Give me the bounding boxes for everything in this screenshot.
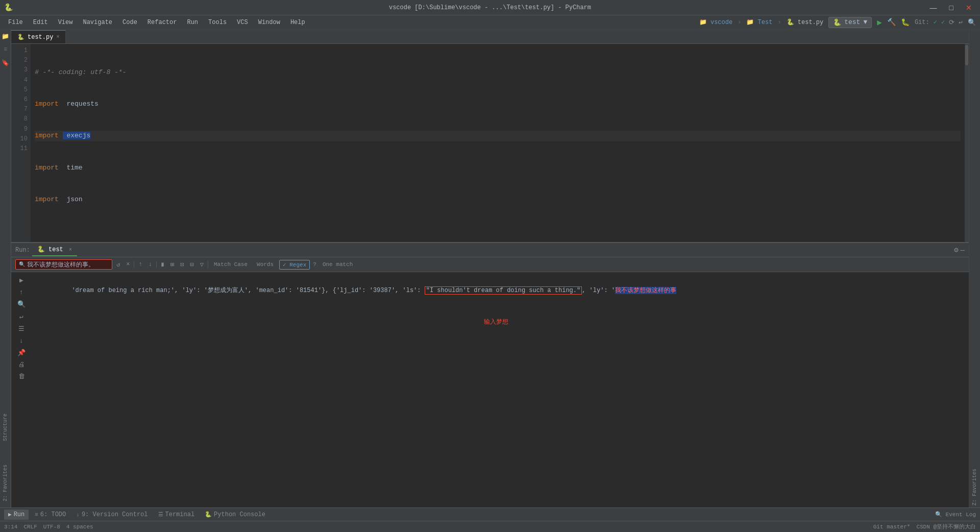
scroll-up-icon[interactable]: ↑ (19, 288, 23, 296)
search-opt2[interactable]: ⊞ (168, 260, 176, 270)
title-bar-left: 🐍 (4, 3, 13, 12)
menu-help[interactable]: Help (286, 17, 309, 28)
menu-code[interactable]: Code (118, 17, 141, 28)
run-config[interactable]: 🐍 test ▼ (828, 17, 872, 28)
event-log-btn[interactable]: 🔍 Event Log (935, 511, 976, 518)
play-icon[interactable]: ▶ (19, 276, 23, 284)
run-tab-close[interactable]: × (69, 247, 72, 253)
footer-tab-terminal[interactable]: ☰ Terminal (154, 510, 199, 520)
search-close-btn[interactable]: × (124, 260, 132, 269)
maximize-button[interactable]: □ (945, 3, 958, 13)
build-icon[interactable]: 🔨 (887, 18, 896, 27)
status-csdn: CSDN @坚持不懈的大白 (916, 523, 976, 530)
nav-folder[interactable]: 📁 Test (746, 18, 772, 26)
code-editor[interactable]: 1 2 3 4 5 6 7 8 9 10 11 # -*- coding: ut… (11, 44, 969, 242)
panel-collapse-icon[interactable]: — (961, 246, 965, 254)
center-output: 输入梦想 (28, 318, 965, 326)
status-git-master[interactable]: Git master* (873, 524, 911, 530)
search-divider2 (156, 261, 157, 268)
favorites-label[interactable]: 2: Favorites (3, 465, 8, 501)
line-ending[interactable]: CRLF (23, 524, 37, 530)
regex-option[interactable]: ✓ Regex (279, 260, 310, 270)
structure-icon[interactable]: ≡ (1, 45, 10, 54)
menu-file[interactable]: File (4, 17, 27, 28)
search-opt1[interactable]: ∎ (159, 260, 166, 270)
search-opt3[interactable]: ⊡ (178, 260, 186, 270)
window-controls[interactable]: — □ ✕ (926, 3, 976, 13)
right-label[interactable]: Z: Favorites (972, 469, 977, 505)
footer-tab-todo[interactable]: ≡ 6: TODO (31, 510, 70, 520)
menu-edit[interactable]: Edit (29, 17, 52, 28)
footer-tab-run[interactable]: ▶ Run (4, 510, 29, 520)
search-next-btn[interactable]: ↓ (146, 260, 154, 269)
todo-tab-text: 6: TODO (40, 511, 66, 518)
footer-tab-python-console[interactable]: 🐍 Python Console (201, 510, 270, 520)
indent[interactable]: 4 spaces (66, 524, 93, 530)
list-view-icon[interactable]: ☰ (18, 325, 24, 333)
structure-label[interactable]: Structure (3, 414, 8, 441)
pin-output-icon[interactable]: 📌 (17, 349, 26, 357)
menu-run[interactable]: Run (183, 17, 202, 28)
menu-tools[interactable]: Tools (204, 17, 231, 28)
left-panel: 📁 ≡ 🔖 Structure 2: Favorites (0, 30, 11, 507)
run-button[interactable]: ▶ (877, 17, 882, 28)
python-console-tab-icon: 🐍 (205, 511, 212, 518)
tab-test-py[interactable]: 🐍 test.py × (11, 30, 66, 43)
search-input-wrapper: 🔍 (15, 259, 112, 270)
status-bar: 3:14 CRLF UTF-8 4 spaces Git master* CSD… (0, 521, 980, 532)
code-content[interactable]: # -*- coding: utf-8 -*- import requests … (31, 44, 965, 242)
menu-navigate[interactable]: Navigate (79, 17, 116, 28)
search-prev-btn[interactable]: ↑ (136, 260, 144, 269)
git-history[interactable]: ⟳ (949, 18, 954, 27)
match-case-option[interactable]: Match Case (210, 260, 251, 269)
git-check2[interactable]: ✓ (941, 18, 945, 26)
nav-file[interactable]: 🐍 test.py (787, 18, 824, 26)
cursor-position[interactable]: 3:14 (4, 524, 17, 530)
wrap-text-icon[interactable]: ↵ (19, 312, 23, 321)
line-numbers: 1 2 3 4 5 6 7 8 9 10 11 (11, 44, 31, 242)
nav-project[interactable]: 📁 vscode (699, 18, 732, 26)
menu-window[interactable]: Window (254, 17, 284, 28)
search-opt4[interactable]: ⊟ (188, 260, 196, 270)
window-title: vscode [D:\Sublime\vscode - ...\Test\tes… (389, 4, 591, 11)
settings-icon[interactable]: ⚙ (954, 246, 958, 254)
run-tab[interactable]: 🐍 test × (32, 244, 77, 256)
output-content: 'dream of being a rich man;', 'ly': '梦想成… (28, 274, 965, 505)
run-label: Run: (15, 247, 30, 254)
scroll-down-icon[interactable]: ↓ (19, 337, 23, 345)
search-input[interactable] (27, 261, 109, 268)
terminal-tab-text: Terminal (165, 511, 195, 518)
vcs-tab-icon: ↓ (76, 512, 80, 518)
close-button[interactable]: ✕ (962, 3, 976, 13)
search-icon[interactable]: 🔍 (968, 18, 976, 27)
menu-vcs[interactable]: VCS (233, 17, 252, 28)
debug-icon[interactable]: 🐛 (901, 18, 910, 27)
scroll-thumb (965, 45, 968, 65)
delete-output-icon[interactable]: 🗑 (18, 373, 25, 380)
minimize-button[interactable]: — (926, 3, 941, 13)
search-clear-btn[interactable]: ↺ (114, 260, 122, 270)
bookmarks-icon[interactable]: 🔖 (1, 58, 10, 67)
output-search-icon[interactable]: 🔍 (17, 300, 26, 308)
menu-refactor[interactable]: Refactor (143, 17, 181, 28)
tab-bar: 🐍 test.py × (11, 30, 969, 44)
print-output-icon[interactable]: 🖨 (18, 361, 25, 369)
prompt-text: 输入梦想 (484, 318, 508, 326)
words-option[interactable]: Words (253, 260, 277, 269)
search-divider3 (208, 261, 208, 268)
project-panel-icon[interactable]: 📁 (1, 32, 10, 41)
status-right: Git master* CSDN @坚持不懈的大白 (873, 523, 976, 530)
git-toolbar: Git: ✓ ✓ ⟳ ↩ (915, 18, 963, 27)
search-filter-btn[interactable]: ▽ (198, 260, 206, 270)
git-check1[interactable]: ✓ (934, 18, 937, 26)
match-count: One match (323, 261, 353, 268)
title-bar: 🐍 vscode [D:\Sublime\vscode - ...\Test\t… (0, 0, 980, 15)
menu-view[interactable]: View (54, 17, 77, 28)
footer-tab-vcs[interactable]: ↓ 9: Version Control (72, 510, 152, 520)
terminal-tab-icon: ☰ (158, 511, 163, 518)
regex-help[interactable]: ? (313, 261, 316, 268)
encoding[interactable]: UTF-8 (43, 524, 60, 530)
tab-close-button[interactable]: × (56, 34, 59, 40)
right-scrollbar[interactable] (965, 44, 969, 242)
git-undo[interactable]: ↩ (959, 18, 963, 27)
